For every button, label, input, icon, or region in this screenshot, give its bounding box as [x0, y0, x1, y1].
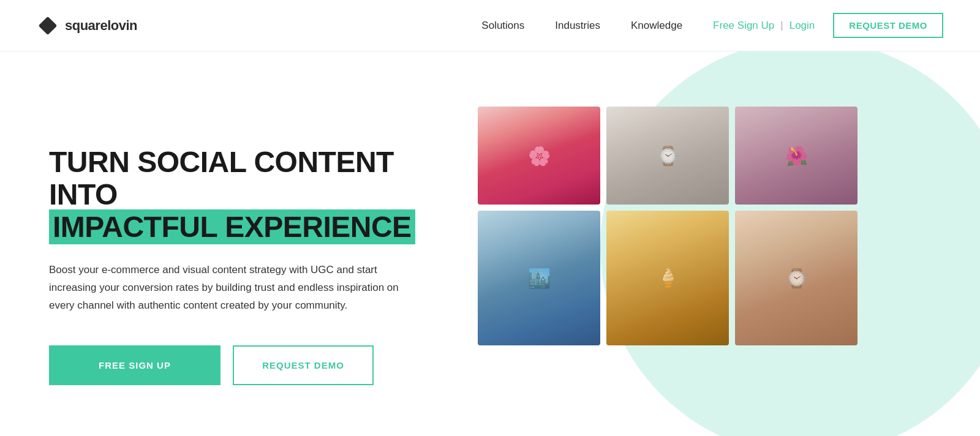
hero-buttons: FREE SIGN UP REQUEST DEMO: [49, 345, 441, 385]
logo-icon: [37, 15, 59, 37]
grid-image-3-overlay: 🌺: [735, 107, 858, 205]
nav-signup-link[interactable]: Free Sign Up: [713, 20, 774, 32]
grid-image-5: 🍦: [606, 211, 729, 345]
hero-visual: 🌸 ⌚ 🌺 🏙️ 🍦 ⌚: [441, 88, 943, 436]
nav-links: Solutions Industries Knowledge: [481, 20, 682, 32]
grid-image-1: 🌸: [478, 107, 600, 205]
logo-text: squarelovin: [65, 18, 137, 34]
grid-image-2: ⌚: [606, 107, 729, 205]
grid-image-4: 🏙️: [478, 211, 600, 345]
grid-image-5-overlay: 🍦: [606, 211, 729, 345]
hero-title-line1: TURN SOCIAL CONTENT INTO: [49, 146, 394, 211]
hero-section: TURN SOCIAL CONTENT INTO IMPACTFUL EXPER…: [0, 51, 980, 436]
hero-request-demo-button[interactable]: REQUEST DEMO: [233, 345, 374, 385]
logo[interactable]: squarelovin: [37, 15, 137, 37]
grid-image-6-overlay: ⌚: [735, 211, 858, 345]
nav-solutions[interactable]: Solutions: [481, 20, 524, 32]
grid-image-1-overlay: 🌸: [478, 107, 600, 205]
hero-content: TURN SOCIAL CONTENT INTO IMPACTFUL EXPER…: [49, 146, 441, 385]
grid-image-3: 🌺: [735, 107, 858, 205]
nav-industries[interactable]: Industries: [555, 20, 600, 32]
hero-title-line2: IMPACTFUL EXPERIENCE: [49, 209, 415, 244]
hero-free-signup-button[interactable]: FREE SIGN UP: [49, 345, 221, 385]
grid-image-4-overlay: 🏙️: [478, 211, 600, 345]
nav-knowledge[interactable]: Knowledge: [631, 20, 682, 32]
hero-title: TURN SOCIAL CONTENT INTO IMPACTFUL EXPER…: [49, 146, 441, 243]
navbar: squarelovin Solutions Industries Knowled…: [0, 0, 980, 51]
grid-image-6: ⌚: [735, 211, 858, 345]
nav-login-link[interactable]: Login: [790, 20, 815, 32]
nav-request-demo-button[interactable]: REQUEST DEMO: [833, 13, 943, 38]
svg-rect-0: [39, 16, 58, 35]
image-grid: 🌸 ⌚ 🌺 🏙️ 🍦 ⌚: [478, 107, 858, 345]
nav-actions: Free Sign Up | Login: [713, 20, 815, 32]
hero-description: Boost your e-commerce and visual content…: [49, 261, 404, 315]
nav-divider: |: [780, 20, 783, 32]
grid-image-2-overlay: ⌚: [606, 107, 729, 205]
